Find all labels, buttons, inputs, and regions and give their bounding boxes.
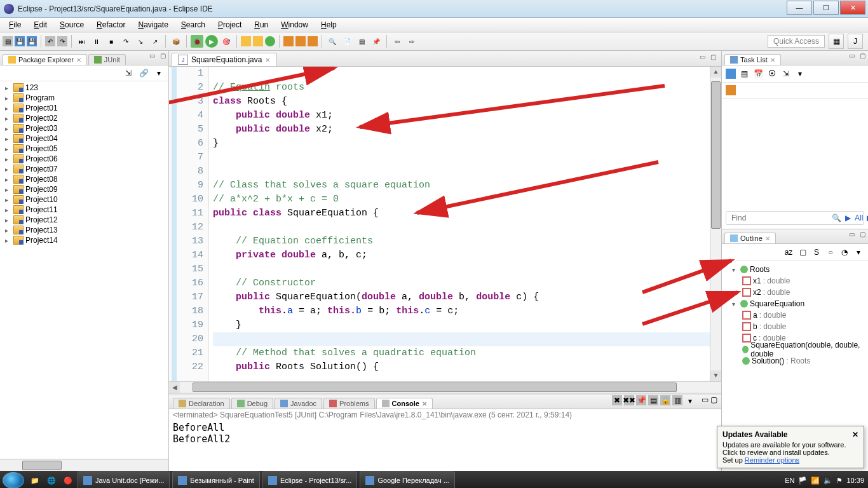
console-show-icon[interactable]: ▥ bbox=[672, 395, 682, 405]
tree-toggle-icon[interactable]: ▸ bbox=[5, 196, 11, 203]
horizontal-scrollbar[interactable] bbox=[0, 459, 168, 471]
forward-icon[interactable]: ⇨ bbox=[405, 35, 418, 48]
project-node[interactable]: ▸Project05 bbox=[1, 144, 167, 154]
new-class-icon[interactable] bbox=[253, 36, 263, 46]
start-button[interactable] bbox=[3, 472, 24, 488]
collapse-all-icon[interactable]: ⇲ bbox=[123, 67, 134, 79]
tree-toggle-icon[interactable]: ▸ bbox=[5, 146, 11, 152]
menu-project[interactable]: Project bbox=[212, 19, 248, 30]
console-output[interactable]: BeforeAllBeforeAll2 bbox=[169, 421, 721, 446]
tree-toggle-icon[interactable]: ▾ bbox=[732, 266, 738, 273]
project-node[interactable]: ▸Project02 bbox=[1, 113, 167, 123]
language-indicator[interactable]: EN bbox=[785, 477, 794, 484]
tray-action-icon[interactable]: ⚑ bbox=[836, 477, 843, 485]
open-task-icon[interactable] bbox=[295, 36, 306, 46]
outline-sort-icon[interactable]: az bbox=[783, 247, 794, 258]
debug-stepover-icon[interactable]: ↷ bbox=[119, 35, 132, 48]
taskbar-window-button[interactable]: Google Перекладач ... bbox=[360, 471, 455, 488]
project-node[interactable]: ▸Project12 bbox=[1, 215, 167, 225]
search-icon[interactable]: 🔍 bbox=[326, 35, 339, 48]
outline-node[interactable]: ▾ Roots bbox=[724, 264, 865, 275]
project-node[interactable]: ▸Program bbox=[1, 93, 167, 103]
tree-toggle-icon[interactable]: ▸ bbox=[5, 105, 11, 112]
tab-task-list[interactable]: Task List ✕ bbox=[724, 54, 781, 65]
tree-toggle-icon[interactable]: ▸ bbox=[5, 237, 11, 244]
scroll-down-icon[interactable]: ▼ bbox=[710, 370, 721, 381]
console-tab-javadoc[interactable]: Javadoc bbox=[275, 398, 322, 409]
updates-reminder-link[interactable]: Reminder options bbox=[745, 456, 799, 464]
project-node[interactable]: ▸Project01 bbox=[1, 103, 167, 113]
editor-tab-squareequation[interactable]: J SquareEquation.java ✕ bbox=[171, 53, 277, 66]
tree-toggle-icon[interactable]: ▸ bbox=[5, 135, 11, 142]
tree-toggle-icon[interactable]: ▾ bbox=[732, 301, 738, 308]
console-tab-console[interactable]: Console✕ bbox=[376, 398, 433, 409]
project-node[interactable]: ▸Project04 bbox=[1, 133, 167, 144]
save-icon[interactable]: 💾 bbox=[15, 36, 25, 46]
tray-network-icon[interactable]: 📶 bbox=[811, 477, 820, 485]
coverage-icon[interactable]: 🎯 bbox=[220, 35, 233, 48]
debug-stop-icon[interactable]: ■ bbox=[105, 35, 118, 48]
console-tab-problems[interactable]: Problems bbox=[323, 398, 374, 409]
code-text-area[interactable]: // Equatin rootsclass Roots { public dou… bbox=[209, 67, 710, 381]
project-node[interactable]: ▸123 bbox=[1, 83, 167, 93]
close-icon[interactable]: ✕ bbox=[770, 57, 775, 64]
scrollbar-thumb[interactable] bbox=[22, 461, 62, 470]
view-maximize-icon[interactable]: ▢ bbox=[710, 395, 717, 407]
view-minimize-icon[interactable]: ▭ bbox=[848, 52, 856, 59]
console-menu-icon[interactable]: ▾ bbox=[684, 395, 696, 407]
undo-icon[interactable]: ↶ bbox=[45, 36, 55, 46]
code-editor[interactable]: 12345678910111213141516171819202122 // E… bbox=[169, 67, 721, 381]
outline-node[interactable]: SquareEquation(double, double, double bbox=[724, 344, 865, 355]
project-node[interactable]: ▸Project06 bbox=[1, 154, 167, 164]
console-pin-icon[interactable]: 📌 bbox=[636, 395, 646, 405]
outline-node[interactable]: x2 : double bbox=[724, 287, 865, 298]
clock[interactable]: 10:39 bbox=[846, 477, 864, 484]
view-menu-icon[interactable]: ▾ bbox=[153, 67, 165, 79]
console-remove-icon[interactable]: ✖✖ bbox=[624, 395, 634, 405]
outline-node[interactable]: x1 : double bbox=[724, 275, 865, 287]
maximize-button[interactable]: ☐ bbox=[813, 1, 839, 15]
close-icon[interactable]: ✕ bbox=[765, 235, 770, 242]
build-icon[interactable]: 📦 bbox=[170, 35, 182, 48]
view-maximize-icon[interactable]: ▢ bbox=[709, 53, 717, 60]
menu-refactor[interactable]: Refactor bbox=[90, 19, 132, 30]
taskbar-window-button[interactable]: Eclipse - Project13/sr... bbox=[262, 471, 358, 488]
task-all-link[interactable]: All bbox=[855, 214, 863, 222]
menu-edit[interactable]: Edit bbox=[27, 19, 53, 30]
tree-toggle-icon[interactable]: ▸ bbox=[5, 227, 11, 234]
open-type-icon[interactable] bbox=[283, 36, 294, 46]
java-perspective-icon[interactable]: J bbox=[848, 34, 863, 49]
tree-toggle-icon[interactable]: ▸ bbox=[5, 85, 11, 92]
view-maximize-icon[interactable]: ▢ bbox=[858, 52, 867, 59]
task-schedule-icon[interactable]: 📅 bbox=[752, 68, 764, 79]
console-clear-icon[interactable]: ✖ bbox=[612, 395, 622, 405]
scroll-left-icon[interactable]: ◀ bbox=[169, 382, 180, 393]
outline-hide-static-icon[interactable]: S bbox=[811, 247, 822, 258]
view-minimize-icon[interactable]: ▭ bbox=[702, 395, 709, 407]
outline-hide-local-icon[interactable]: ◔ bbox=[839, 247, 850, 258]
back-icon[interactable]: ⇦ bbox=[391, 35, 403, 48]
toggle-breadcrumb-icon[interactable]: 📄 bbox=[341, 35, 353, 48]
run-icon[interactable]: ▶ bbox=[205, 35, 218, 48]
project-node[interactable]: ▸Project11 bbox=[1, 205, 167, 215]
menu-help[interactable]: Help bbox=[315, 19, 343, 30]
minimize-button[interactable]: — bbox=[787, 1, 812, 15]
menu-navigate[interactable]: Navigate bbox=[132, 19, 174, 30]
scrollbar-thumb[interactable] bbox=[711, 81, 721, 229]
link-editor-icon[interactable]: 🔗 bbox=[138, 67, 149, 79]
close-button[interactable]: ✕ bbox=[840, 1, 865, 15]
tree-toggle-icon[interactable]: ▸ bbox=[5, 207, 11, 214]
tree-toggle-icon[interactable]: ▸ bbox=[5, 176, 11, 183]
task-sync-icon[interactable] bbox=[726, 85, 736, 95]
pinned-app-icon[interactable]: 🔴 bbox=[61, 472, 75, 488]
task-collapse-icon[interactable]: ⇲ bbox=[780, 68, 792, 79]
close-icon[interactable]: ✕ bbox=[76, 57, 81, 64]
pinned-app-icon[interactable]: 📁 bbox=[28, 472, 42, 488]
tree-toggle-icon[interactable]: ▸ bbox=[5, 217, 11, 224]
task-focus-icon[interactable]: ⦿ bbox=[766, 68, 778, 79]
menu-file[interactable]: File bbox=[3, 19, 27, 30]
debug-pause-icon[interactable]: ⏸ bbox=[90, 35, 103, 48]
debug-skip-icon[interactable]: ⏭ bbox=[76, 35, 88, 48]
scrollbar-thumb[interactable] bbox=[193, 383, 677, 393]
project-node[interactable]: ▸Project10 bbox=[1, 194, 167, 205]
